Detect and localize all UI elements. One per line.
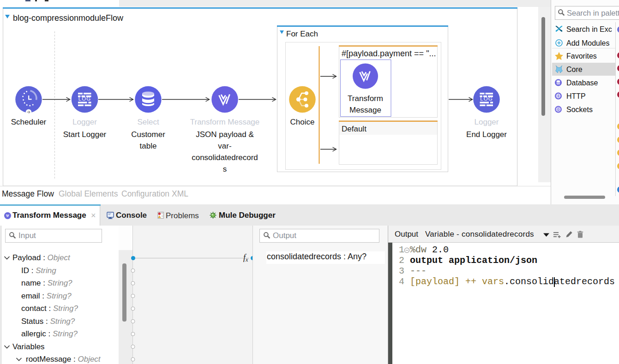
svg-text:Search in Exc: Search in Exc: [566, 25, 612, 33]
svg-text:Add Modules: Add Modules: [566, 39, 609, 47]
svg-text:Core: Core: [566, 66, 583, 73]
svg-text:var-: var-: [218, 142, 231, 150]
svg-text:HTTP: HTTP: [566, 92, 586, 100]
svg-text:#[payload.payment == "...: #[payload.payment == "...: [342, 49, 436, 58]
svg-text:Favorites: Favorites: [566, 52, 597, 60]
svg-text:Default: Default: [342, 125, 367, 133]
svg-text:For Each: For Each: [286, 30, 318, 38]
svg-text:Scheduler: Scheduler: [11, 118, 47, 126]
svg-text:Choice: Choice: [290, 118, 315, 126]
svg-text:Select: Select: [137, 118, 159, 126]
svg-text:consolidatedrecord: consolidatedrecord: [192, 153, 258, 162]
svg-text:Logger: Logger: [72, 118, 97, 126]
svg-text:Start Logger: Start Logger: [63, 130, 107, 139]
svg-text:Transform: Transform: [348, 94, 383, 103]
svg-text:Customer: Customer: [131, 130, 165, 139]
svg-text:Logger: Logger: [475, 118, 499, 126]
svg-text:s: s: [223, 165, 227, 173]
svg-text:table: table: [140, 142, 157, 150]
svg-text:Message: Message: [349, 106, 381, 114]
svg-text:Transform Message: Transform Message: [190, 118, 260, 126]
svg-text:Database: Database: [566, 79, 598, 87]
svg-text:End Logger: End Logger: [466, 130, 507, 139]
svg-text:LOG: LOG: [78, 96, 91, 101]
svg-text:Sockets: Sockets: [566, 106, 593, 113]
svg-text:JSON payload &: JSON payload &: [196, 130, 254, 139]
svg-text:blog-compressionmoduleFlow: blog-compressionmoduleFlow: [13, 13, 124, 23]
svg-text:LOG: LOG: [480, 96, 493, 101]
